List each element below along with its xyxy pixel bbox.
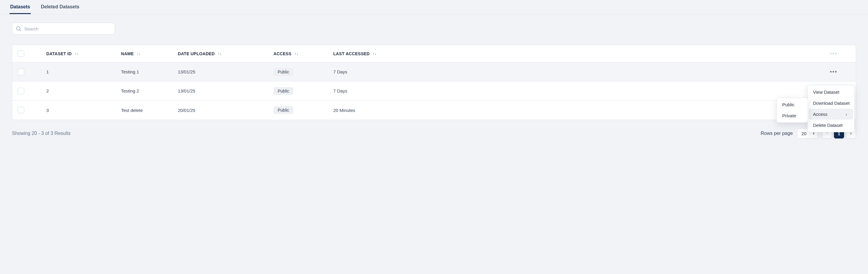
cell-last-accessed: 20 Minutes (333, 108, 816, 113)
cell-last-accessed: 7 Days (333, 88, 816, 94)
svg-line-1 (20, 30, 21, 31)
search-wrap (12, 23, 115, 35)
table-row: 1 Testing 1 13/01/25 Public 7 Days ••• V… (12, 62, 856, 81)
cell-dataset-id: 1 (46, 69, 121, 74)
tab-datasets[interactable]: Datasets (9, 0, 31, 14)
table-row: 3 Test delete 20/01/25 Public 20 Minutes (12, 101, 856, 120)
access-badge: Public (274, 106, 293, 114)
submenu-public[interactable]: Public (778, 99, 806, 110)
col-label: LAST ACCESSED (333, 52, 370, 56)
cell-name: Test delete (121, 108, 178, 113)
col-date-uploaded[interactable]: DATE UPLOADED ↑↓ (178, 52, 274, 56)
col-dataset-id[interactable]: DATASET ID ↑↓ (46, 52, 121, 56)
col-last-accessed[interactable]: LAST ACCESSED ↑↓ (333, 52, 816, 56)
sort-icon: ↑↓ (136, 52, 141, 56)
row-context-menu: View Dataset Download Dataset Access › D… (807, 85, 855, 132)
datasets-table: DATASET ID ↑↓ NAME ↑↓ DATE UPLOADED ↑↓ A… (12, 45, 856, 120)
cell-date: 20/01/25 (178, 108, 274, 113)
search-input[interactable] (12, 23, 115, 35)
submenu-private[interactable]: Private (778, 110, 806, 121)
row-checkbox[interactable] (18, 69, 24, 75)
row-more-button[interactable]: ••• (816, 69, 851, 75)
cell-last-accessed: 7 Days (333, 69, 816, 74)
menu-download-dataset[interactable]: Download Dataset (809, 98, 853, 109)
col-label: ACCESS (274, 52, 291, 56)
cell-date: 13/01/25 (178, 69, 274, 74)
access-badge: Public (274, 87, 293, 95)
col-access[interactable]: ACCESS ↑↓ (274, 52, 333, 56)
table-row: 2 Testing 2 13/01/25 Public 7 Days (12, 81, 856, 101)
sort-icon: ↑↓ (75, 52, 79, 56)
table-header: DATASET ID ↑↓ NAME ↑↓ DATE UPLOADED ↑↓ A… (12, 45, 856, 62)
search-icon (16, 26, 22, 32)
access-submenu: Public Private (777, 98, 808, 123)
row-checkbox[interactable] (18, 88, 24, 94)
cell-name: Testing 2 (121, 88, 178, 94)
tab-deleted-datasets[interactable]: Deleted Datasets (40, 0, 80, 14)
cell-name: Testing 1 (121, 69, 178, 74)
pagination-bar: Showing 20 - 3 of 3 Results Rows per pag… (12, 128, 856, 138)
select-caret-icon: ▴▾ (813, 132, 814, 135)
access-badge: Public (274, 68, 293, 76)
cell-dataset-id: 3 (46, 108, 121, 113)
rows-per-page-label: Rows per page (761, 131, 793, 136)
col-label: NAME (121, 52, 134, 56)
chevron-right-icon: › (845, 112, 847, 117)
sort-icon: ↑↓ (294, 52, 299, 56)
menu-access-label: Access (813, 112, 827, 117)
select-all-checkbox[interactable] (18, 50, 24, 57)
more-header-icon: ••• (816, 50, 851, 57)
sort-icon: ↑↓ (218, 52, 222, 56)
cell-date: 13/01/25 (178, 88, 274, 94)
col-name[interactable]: NAME ↑↓ (121, 52, 178, 56)
rows-per-page-value: 20 (801, 131, 806, 136)
col-label: DATE UPLOADED (178, 52, 215, 56)
sort-icon: ↑↓ (373, 52, 377, 56)
tabs-bar: Datasets Deleted Datasets (0, 0, 868, 14)
cell-dataset-id: 2 (46, 88, 121, 94)
menu-view-dataset[interactable]: View Dataset (809, 87, 853, 98)
pagination-summary: Showing 20 - 3 of 3 Results (12, 131, 70, 136)
menu-delete-dataset[interactable]: Delete Dataset (809, 120, 853, 131)
col-label: DATASET ID (46, 52, 72, 56)
menu-access[interactable]: Access › (809, 109, 853, 120)
row-checkbox[interactable] (18, 107, 24, 113)
